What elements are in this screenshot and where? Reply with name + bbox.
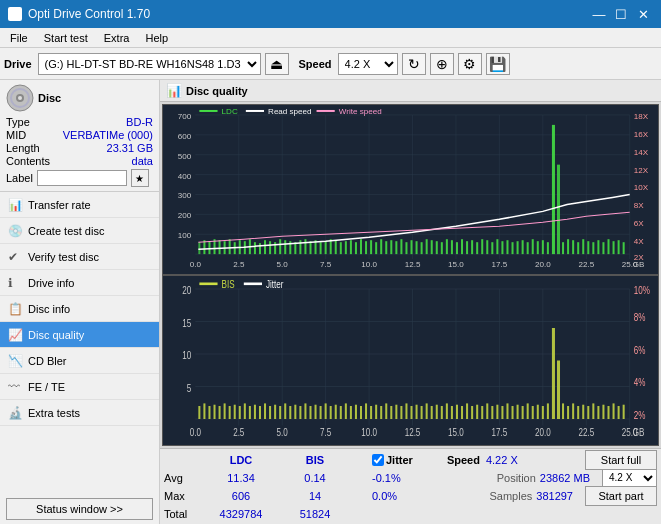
svg-rect-197 [395,405,397,419]
svg-rect-105 [613,241,615,254]
maximize-button[interactable]: ☐ [611,5,631,23]
fe-te-icon: 〰 [8,380,22,394]
svg-rect-158 [198,406,200,419]
disc-type-label: Type [6,116,30,128]
svg-rect-190 [360,406,362,419]
svg-rect-180 [309,406,311,419]
refresh-button[interactable]: ↻ [402,53,426,75]
svg-rect-220 [512,406,514,419]
disc-label-btn[interactable]: ★ [131,169,149,187]
svg-rect-185 [335,405,337,419]
svg-rect-193 [375,405,377,419]
svg-text:12.5: 12.5 [405,260,421,269]
stats-max-row: Max 606 14 0.0% Samples 381297 Start par… [164,487,657,504]
svg-rect-87 [522,240,524,254]
svg-rect-172 [269,406,271,419]
jitter-checkbox[interactable] [372,454,384,466]
svg-rect-58 [375,242,377,254]
bis-total: 51824 [280,508,350,520]
toolbar: Drive (G:) HL-DT-ST BD-RE WH16NS48 1.D3 … [0,48,661,80]
svg-rect-65 [411,240,413,254]
svg-rect-64 [405,242,407,254]
svg-rect-142 [163,276,658,445]
svg-rect-230 [562,403,564,419]
svg-rect-45 [309,241,311,254]
speed-stat-label: Speed [447,454,480,466]
svg-text:20: 20 [182,285,191,296]
menu-starttest[interactable]: Start test [38,30,94,46]
close-button[interactable]: ✕ [633,5,653,23]
drive-select[interactable]: (G:) HL-DT-ST BD-RE WH16NS48 1.D3 [38,53,261,75]
svg-rect-186 [340,406,342,419]
svg-rect-166 [239,406,241,419]
status-window-button[interactable]: Status window >> [6,498,153,520]
svg-rect-198 [400,406,402,419]
position-info: Position 23862 MB [497,472,590,484]
start-part-button[interactable]: Start part [585,486,657,506]
svg-text:Jitter: Jitter [266,279,283,290]
svg-rect-106 [618,240,620,254]
svg-rect-238 [602,405,604,419]
svg-rect-84 [506,240,508,254]
svg-text:400: 400 [178,172,192,181]
svg-rect-165 [234,405,236,419]
svg-rect-175 [284,403,286,419]
svg-text:15.0: 15.0 [448,427,464,438]
svg-rect-187 [345,403,347,419]
disc-length-row: Length 23.31 GB [6,142,153,154]
svg-text:Write speed: Write speed [339,107,382,116]
svg-rect-191 [365,403,367,419]
nav-drive-info[interactable]: ℹ Drive info [0,270,159,296]
svg-rect-160 [208,406,210,419]
nav-disc-quality[interactable]: 📈 Disc quality [0,322,159,348]
nav-cd-bler[interactable]: 📉 CD Bler [0,348,159,374]
svg-rect-236 [592,403,594,419]
svg-text:BIS: BIS [222,279,235,290]
svg-text:6%: 6% [634,345,646,356]
stats-header-row: LDC BIS Jitter Speed 4.22 X Start full [164,451,657,468]
nav-fe-te[interactable]: 〰 FE / TE [0,374,159,400]
menu-extra[interactable]: Extra [98,30,136,46]
svg-rect-208 [451,406,453,419]
nav-disc-info[interactable]: 📋 Disc info [0,296,159,322]
title-bar-left: Opti Drive Control 1.70 [8,7,150,21]
nav-transfer-rate[interactable]: 📊 Transfer rate [0,192,159,218]
svg-rect-53 [350,240,352,254]
copy-button[interactable]: ⊕ [430,53,454,75]
start-full-button[interactable]: Start full [585,450,657,470]
speed-select[interactable]: 4.2 X [338,53,398,75]
svg-rect-170 [259,406,261,419]
svg-rect-169 [254,405,256,419]
svg-text:200: 200 [178,211,192,220]
svg-text:14X: 14X [634,148,649,157]
extra-tests-icon: 🔬 [8,406,22,420]
svg-rect-215 [486,403,488,419]
minimize-button[interactable]: — [589,5,609,23]
svg-rect-264 [199,283,217,286]
svg-text:10.0: 10.0 [361,427,377,438]
svg-rect-231 [567,406,569,419]
svg-rect-173 [274,405,276,419]
svg-rect-233 [577,406,579,419]
svg-rect-168 [249,406,251,419]
speed-dropdown[interactable]: 4.2 X [602,469,657,487]
svg-rect-102 [597,240,599,254]
settings-button[interactable]: ⚙ [458,53,482,75]
svg-text:5.0: 5.0 [277,427,288,438]
save-button[interactable]: 💾 [486,53,510,75]
svg-rect-212 [471,406,473,419]
eject-button[interactable]: ⏏ [265,53,289,75]
svg-rect-178 [299,406,301,419]
nav-verify-test-label: Verify test disc [28,251,99,263]
svg-rect-222 [522,406,524,419]
menu-file[interactable]: File [4,30,34,46]
nav-extra-tests[interactable]: 🔬 Extra tests [0,400,159,426]
nav-create-test-disc[interactable]: 💿 Create test disc [0,218,159,244]
position-val: 23862 MB [540,472,590,484]
svg-text:300: 300 [178,192,192,201]
svg-rect-73 [451,240,453,254]
menu-help[interactable]: Help [139,30,174,46]
disc-label-input[interactable] [37,170,127,186]
svg-rect-67 [421,242,423,254]
nav-verify-test-disc[interactable]: ✔ Verify test disc [0,244,159,270]
